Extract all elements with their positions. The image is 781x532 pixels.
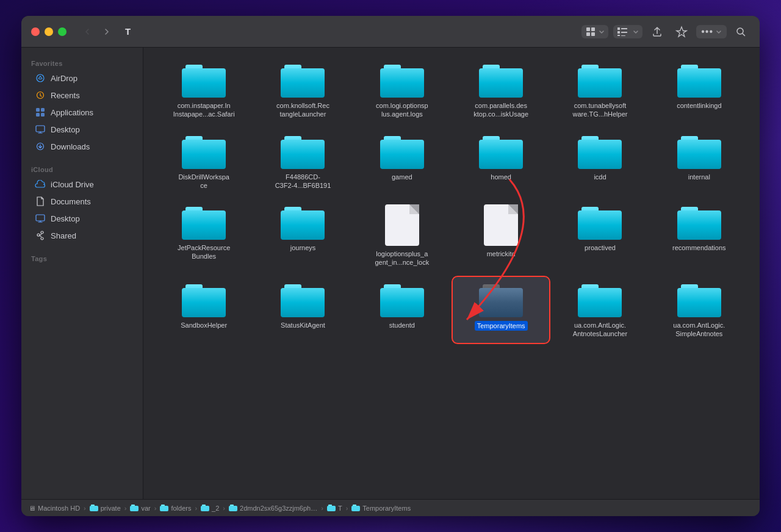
sidebar-item-desktop2[interactable]: Desktop: [25, 210, 139, 227]
folder-mini-icon: [327, 505, 336, 511]
doc-icon: [484, 204, 518, 246]
file-item[interactable]: icdd: [552, 129, 648, 195]
view-icon-grid-button[interactable]: [581, 25, 608, 38]
folder-icon: [182, 134, 226, 169]
file-item[interactable]: homed: [453, 129, 549, 195]
breadcrumb-macintosh-hd[interactable]: 🖥 Macintosh HD: [29, 505, 80, 512]
file-item[interactable]: logioptionsplus_agent_in...nce_lock: [354, 200, 450, 272]
folder-icon: [281, 134, 325, 169]
minimize-button[interactable]: [45, 27, 53, 36]
file-item[interactable]: com.logi.optionsplus.agent.logs: [354, 57, 450, 124]
breadcrumb-folders[interactable]: folders: [160, 505, 191, 512]
file-item[interactable]: ua.com.AntLogic.SimpleAntnotes: [651, 277, 747, 343]
svg-rect-9: [621, 35, 625, 36]
sidebar-item-shared[interactable]: Shared: [25, 227, 139, 244]
status-bar: 🖥 Macintosh HD › private › var › folders…: [21, 499, 760, 516]
folder-icon: [281, 282, 325, 317]
file-item[interactable]: StatusKitAgent: [254, 277, 351, 343]
tags-label: Tags: [21, 250, 143, 265]
sidebar-item-recents-label: Recents: [51, 91, 80, 100]
folder-icon: [281, 62, 325, 98]
svg-rect-14: [41, 108, 45, 112]
sidebar-item-applications[interactable]: Applications: [25, 104, 139, 121]
file-item[interactable]: recommendations: [651, 200, 747, 272]
file-item[interactable]: gamed: [354, 129, 450, 195]
folder-icon: [182, 204, 226, 240]
sidebar-item-downloads-label: Downloads: [51, 142, 90, 151]
breadcrumb-private[interactable]: private: [90, 505, 121, 512]
svg-rect-15: [36, 113, 40, 117]
breadcrumb-2[interactable]: _2: [201, 505, 219, 512]
file-item[interactable]: com.instapaper.InInstapape...ac.Safari: [156, 57, 252, 124]
file-item[interactable]: DiskDrillWorkspace: [156, 129, 252, 195]
svg-rect-0: [586, 27, 590, 31]
file-item[interactable]: journeys: [254, 200, 351, 272]
svg-rect-19: [36, 215, 45, 221]
sidebar-item-desktop[interactable]: Desktop: [25, 121, 139, 138]
sidebar-item-icloud-label: iCloud Drive: [51, 180, 94, 189]
folder-icon: [677, 134, 721, 169]
file-item[interactable]: ua.com.AntLogic.AntnotesLauncher: [552, 277, 648, 343]
sidebar-item-airdrop[interactable]: AirDrop: [25, 70, 139, 87]
back-button[interactable]: [79, 23, 96, 40]
sidebar: Favorites AirDrop Recents: [21, 48, 143, 499]
folder-icon: [578, 282, 622, 317]
folder-icon: [578, 134, 622, 169]
file-item-temporaryitems[interactable]: TemporaryItems: [453, 277, 549, 343]
sidebar-item-desktop-label: Desktop: [51, 125, 80, 134]
folder-icon: [380, 134, 424, 169]
fullscreen-button[interactable]: [58, 27, 67, 36]
doc-icon: [385, 204, 419, 246]
current-folder-title: T: [125, 26, 131, 37]
breadcrumb-temporaryitems[interactable]: TemporaryItems: [351, 505, 411, 512]
file-item[interactable]: internal: [651, 129, 747, 195]
file-item[interactable]: com.parallels.desktop.co...iskUsage: [453, 57, 549, 124]
svg-rect-5: [617, 31, 620, 34]
sidebar-item-icloud-drive[interactable]: iCloud Drive: [25, 176, 139, 193]
close-button[interactable]: [31, 27, 40, 36]
sidebar-item-documents[interactable]: Documents: [25, 193, 139, 210]
file-item[interactable]: proactived: [552, 200, 648, 272]
toolbar: T: [21, 16, 760, 48]
sidebar-item-airdrop-label: AirDrop: [51, 74, 77, 83]
file-item[interactable]: com.tunabellysoftware.TG...hHelper: [552, 57, 648, 124]
file-item[interactable]: SandboxHelper: [156, 277, 252, 343]
finder-window: T: [21, 16, 760, 516]
sidebar-item-shared-label: Shared: [51, 231, 76, 240]
sidebar-item-recents[interactable]: Recents: [25, 87, 139, 104]
svg-rect-16: [41, 113, 45, 117]
traffic-lights: [31, 27, 67, 36]
forward-button[interactable]: [98, 23, 115, 40]
breadcrumb-var[interactable]: var: [130, 505, 150, 512]
documents-icon: [35, 196, 46, 207]
hd-icon: 🖥: [29, 505, 35, 512]
more-button[interactable]: •••: [696, 25, 727, 38]
svg-rect-1: [591, 27, 595, 31]
share-button[interactable]: [647, 23, 667, 40]
view-group-button[interactable]: [613, 25, 642, 38]
breadcrumb-T[interactable]: T: [327, 505, 342, 512]
sidebar-item-downloads[interactable]: Downloads: [25, 138, 139, 155]
file-item[interactable]: studentd: [354, 277, 450, 343]
svg-rect-13: [36, 108, 40, 112]
desktop-icon: [35, 124, 46, 135]
search-button[interactable]: [732, 24, 750, 40]
file-item[interactable]: com.knollsoft.RectangleLauncher: [254, 57, 351, 124]
breadcrumb-hash[interactable]: 2dmdn2sx65g3zzjm6ph…: [229, 505, 317, 512]
file-item[interactable]: metrickitd: [453, 200, 549, 272]
desktop2-icon: [35, 213, 46, 224]
tag-button[interactable]: [672, 23, 691, 40]
file-item[interactable]: F44886CD-C3F2-4...BF6B191: [254, 129, 351, 195]
folder-icon: [677, 204, 721, 240]
svg-rect-7: [621, 28, 627, 29]
svg-rect-4: [617, 27, 620, 30]
sidebar-item-desktop2-label: Desktop: [51, 214, 80, 223]
folder-icon: [578, 204, 622, 240]
file-item[interactable]: contentlinkingd: [651, 57, 747, 124]
folder-icon: [380, 62, 424, 98]
svg-rect-17: [36, 126, 45, 132]
file-grid-container: com.instapaper.InInstapape...ac.Safari c…: [143, 48, 760, 499]
svg-rect-6: [617, 35, 620, 36]
airdrop-icon: [35, 73, 46, 84]
file-item[interactable]: JetPackResourceBundles: [156, 200, 252, 272]
